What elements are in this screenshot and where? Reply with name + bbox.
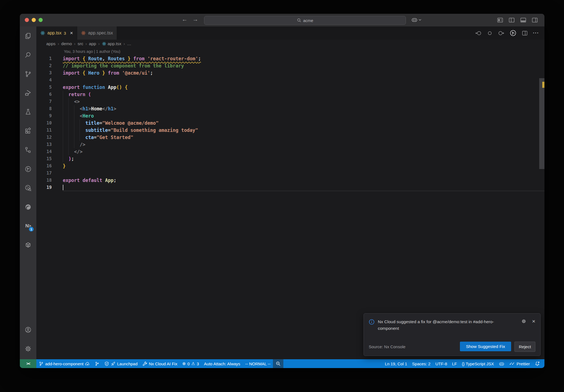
settings-button[interactable]: [20, 339, 36, 358]
close-icon[interactable]: ×: [532, 319, 535, 324]
previous-change-icon[interactable]: [475, 30, 482, 37]
reject-button[interactable]: Reject: [514, 342, 535, 352]
nx-badge: 1: [29, 227, 34, 232]
sidebar-item-nx-graph[interactable]: [20, 159, 36, 178]
window-controls: [25, 18, 43, 22]
code-token: App: [108, 85, 116, 90]
rocket-icon: [111, 361, 115, 366]
customize-layout-icon[interactable]: [497, 17, 504, 24]
sidebar-item-nx-console[interactable]: N>1: [20, 216, 36, 235]
line-number: 6: [36, 91, 52, 98]
toggle-primary-sidebar-icon[interactable]: [508, 17, 515, 24]
settings-gear-icon: [24, 345, 32, 353]
references-icon: [24, 146, 32, 154]
minimize-window-button[interactable]: [32, 18, 36, 22]
code-line[interactable]: 18export default App;: [36, 177, 544, 184]
encoding-item[interactable]: UTF-8: [433, 359, 450, 368]
sidebar-item-source-control[interactable]: [20, 64, 36, 83]
sidebar-item-container[interactable]: [20, 235, 36, 254]
code-line[interactable]: 10 title="Welcmoe @acme/demo": [36, 119, 544, 127]
breadcrumb-more[interactable]: …: [127, 41, 131, 46]
sidebar-item-testing[interactable]: [20, 102, 36, 121]
navigate-forward-button[interactable]: →: [192, 16, 198, 23]
code-line[interactable]: 8 <h1>Home</h1>: [36, 105, 544, 112]
zoom-out-icon: [276, 361, 281, 366]
remote-indicator[interactable]: ><: [20, 359, 36, 368]
code-line[interactable]: 16}: [36, 162, 544, 170]
sidebar-item-search[interactable]: [20, 45, 36, 64]
command-center-search[interactable]: acme: [204, 16, 406, 25]
breadcrumb-file[interactable]: app.tsx: [102, 41, 121, 46]
code-line[interactable]: 2// importing the component from the lib…: [36, 62, 544, 69]
nx-cloud-ai-fix-item[interactable]: Nx Cloud AI Fix: [140, 359, 180, 368]
scrollbar-slider[interactable]: [539, 78, 544, 169]
sidebar-item-nx-project-details[interactable]: [20, 178, 36, 197]
notifications-bell-item[interactable]: [532, 359, 542, 368]
code-line[interactable]: 14 </>: [36, 148, 544, 155]
close-tab-icon[interactable]: ×: [70, 30, 73, 36]
breadcrumb-item[interactable]: apps: [46, 41, 56, 46]
code-line[interactable]: 4: [36, 77, 544, 84]
sidebar-item-explorer[interactable]: [20, 26, 36, 45]
editor-group: app.tsx 3 × app.spec.tsx ···: [36, 26, 544, 359]
sidebar-item-extensions[interactable]: [20, 121, 36, 140]
code-line[interactable]: 9 <Hero: [36, 112, 544, 119]
eol-item[interactable]: LF: [450, 359, 460, 368]
code-line[interactable]: 5export function App() {: [36, 84, 544, 91]
breadcrumb-item[interactable]: demo: [61, 41, 72, 46]
sidebar-item-references[interactable]: [20, 140, 36, 159]
close-window-button[interactable]: [25, 18, 29, 22]
gear-icon[interactable]: [521, 318, 527, 324]
split-editor-icon[interactable]: [521, 30, 528, 37]
code-line[interactable]: 7 <>: [36, 98, 544, 105]
indentation-item[interactable]: Spaces: 2: [410, 359, 433, 368]
auto-attach-item[interactable]: Auto Attach: Always: [202, 359, 243, 368]
prettier-item[interactable]: ✓✓ Prettier: [507, 359, 533, 368]
nx-graph-action-icon[interactable]: [509, 29, 517, 37]
line-number: 7: [36, 98, 52, 105]
code-token: Hero: [83, 113, 94, 119]
toggle-panel-icon[interactable]: [520, 17, 527, 24]
copilot-status-item[interactable]: [497, 359, 507, 368]
code-token: {: [83, 56, 88, 61]
zoom-window-button[interactable]: [39, 18, 43, 22]
code-token: ): [68, 156, 71, 162]
indent-guide: [80, 119, 80, 127]
breadcrumb-item[interactable]: src: [78, 41, 83, 46]
code-line[interactable]: 15 );: [36, 155, 544, 162]
tab-app-spec-tsx[interactable]: app.spec.tsx: [77, 26, 117, 40]
git-blame-annotation[interactable]: You, 3 hours ago | 1 author (You): [36, 48, 544, 55]
more-actions-icon[interactable]: ···: [533, 30, 539, 36]
tab-app-tsx[interactable]: app.tsx 3 ×: [36, 26, 77, 40]
code-token: [63, 92, 68, 97]
tab-label: app.tsx: [47, 31, 62, 36]
source-control-icon: [24, 70, 32, 78]
current-change-icon[interactable]: [486, 30, 493, 37]
cursor-position-item[interactable]: Ln 19, Col 1: [382, 359, 410, 368]
code-line[interactable]: 1import { Route, Routes } from 'react-ro…: [36, 55, 544, 62]
show-suggested-fix-button[interactable]: Show Suggested Fix: [460, 342, 511, 351]
code-line[interactable]: 17: [36, 170, 544, 177]
toggle-secondary-sidebar-icon[interactable]: [531, 17, 538, 24]
navigate-back-button[interactable]: ←: [182, 16, 188, 23]
next-change-icon[interactable]: [498, 30, 505, 37]
vim-mode-item[interactable]: -- NORMAL --: [243, 359, 273, 368]
code-line[interactable]: 3import { Hero } from '@acme/ui';: [36, 69, 544, 77]
language-mode-item[interactable]: {} TypeScript JSX: [459, 359, 496, 368]
sidebar-item-edge-browser[interactable]: [20, 197, 36, 216]
git-graph-item[interactable]: [92, 359, 102, 368]
copilot-menu-button[interactable]: [411, 17, 421, 23]
code-line[interactable]: 19: [36, 184, 544, 191]
code-line[interactable]: 12 cta="Get Started": [36, 134, 544, 141]
indent-guide: [68, 119, 69, 127]
problems-item[interactable]: ⊗ 0 ⚠ 3: [180, 359, 202, 368]
account-button[interactable]: [20, 320, 36, 339]
code-line[interactable]: 13 />: [36, 141, 544, 148]
launchpad-item[interactable]: Launchpad: [102, 359, 140, 368]
breadcrumb-item[interactable]: app: [89, 41, 96, 46]
code-line[interactable]: 6 return (: [36, 91, 544, 98]
sidebar-item-run-debug[interactable]: [20, 83, 36, 102]
git-branch-item[interactable]: add-hero-component: [36, 359, 92, 368]
zoom-indicator-item[interactable]: [273, 359, 283, 368]
code-line[interactable]: 11 subtitle="Build something amazing tod…: [36, 127, 544, 134]
